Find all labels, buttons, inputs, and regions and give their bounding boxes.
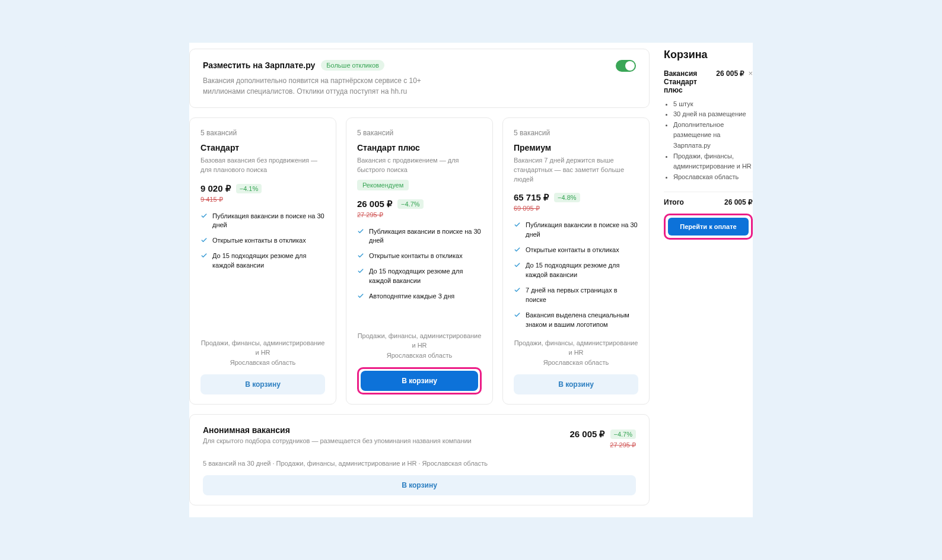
plan-name: Стандарт [201, 143, 325, 152]
plans-row: 5 вакансийСтандартБазовая вакансия без п… [189, 117, 650, 405]
plan-card: 5 вакансийСтандарт плюсВакансия с продви… [346, 117, 493, 405]
plan-meta: Продажи, финансы, администрирование и HR… [514, 338, 638, 368]
plan-card: 5 вакансийСтандартБазовая вакансия без п… [189, 117, 336, 405]
plan-old-price: 69 095 ₽ [514, 205, 638, 212]
plan-old-price: 27 295 ₽ [357, 211, 482, 219]
pay-button-highlight: Перейти к оплате [664, 214, 753, 240]
cart-detail-item: 30 дней на размещение [673, 109, 753, 120]
plan-feature: Открытые контакты в откликах [514, 246, 638, 255]
plan-feature: Вакансия выделена специальным знаком и в… [514, 311, 638, 330]
anon-add-button[interactable]: В корзину [203, 475, 636, 495]
cart-detail-item: Продажи, финансы, администрирование и HR [673, 151, 753, 172]
plan-name: Стандарт плюс [357, 143, 482, 152]
plan-add-button[interactable]: В корзину [514, 374, 638, 394]
plan-features: Публикация вакансии в поиске на 30 днейО… [357, 227, 482, 302]
cart-item-name: Вакансия Стандарт плюс [664, 69, 712, 94]
cart-title: Корзина [664, 49, 753, 61]
plan-feature: До 15 подходящих резюме для каждой вакан… [357, 267, 482, 286]
cart-remove-icon[interactable]: × [748, 69, 753, 77]
cart-total-value: 26 005 ₽ [724, 198, 753, 206]
promo-desc: Вакансия дополнительно появится на партн… [203, 75, 464, 97]
plan-feature: 7 дней на первых страницах в поиске [514, 286, 638, 305]
promo-toggle[interactable] [616, 60, 636, 72]
cart-sidebar: Корзина Вакансия Стандарт плюс 26 005 ₽ … [664, 49, 753, 518]
plan-features: Публикация вакансии в поиске на 30 днейО… [514, 221, 638, 329]
plan-feature: Публикация вакансии в поиске на 30 дней [201, 212, 325, 231]
cart-details-list: 5 штук30 дней на размещениеДополнительно… [664, 99, 753, 183]
plan-add-button[interactable]: В корзину [361, 371, 478, 391]
pay-button[interactable]: Перейти к оплате [668, 218, 749, 236]
plan-discount: −4.8% [554, 193, 580, 202]
plan-discount: −4.7% [397, 199, 424, 209]
promo-badge: Больше откликов [321, 60, 384, 71]
plan-feature: Открытые контакты в откликах [201, 236, 325, 246]
cart-detail-item: Дополнительное размещение на Зарплата.ру [673, 120, 753, 151]
main-column: Разместить на Зарплате.ру Больше отклико… [189, 49, 650, 518]
plan-old-price: 9 415 ₽ [201, 196, 325, 203]
plan-add-button[interactable]: В корзину [201, 374, 325, 394]
cart-detail-item: Ярославская область [673, 172, 753, 183]
plan-desc: Вакансия 7 дней держится выше стандартны… [514, 156, 638, 184]
plan-count: 5 вакансий [357, 129, 482, 137]
plan-card: 5 вакансийПремиумВакансия 7 дней держитс… [502, 117, 650, 405]
cart-item-price: 26 005 ₽ [716, 69, 744, 78]
plan-feature: Публикация вакансии в поиске на 30 дней [514, 221, 638, 240]
plan-price: 9 020 ₽ [201, 183, 231, 194]
promo-title: Разместить на Зарплате.ру [203, 61, 315, 70]
plan-feature: Автоподнятие каждые 3 дня [357, 292, 482, 301]
plan-feature: Публикация вакансии в поиске на 30 дней [357, 227, 482, 246]
plan-meta: Продажи, финансы, администрирование и HR… [201, 338, 325, 368]
plan-desc: Вакансия с продвижением — для быстрого п… [357, 156, 482, 175]
plan-price: 26 005 ₽ [357, 199, 393, 209]
plan-desc: Базовая вакансия без продвижения — для п… [201, 156, 325, 175]
plan-discount: −4.1% [236, 184, 262, 193]
plan-meta: Продажи, финансы, администрирование и HR… [357, 331, 482, 361]
plan-button-highlight: В корзину [357, 367, 482, 394]
plan-reco-badge: Рекомендуем [357, 180, 409, 190]
plan-feature: Открытые контакты в откликах [357, 252, 482, 261]
plan-name: Премиум [514, 143, 638, 152]
anon-meta: 5 вакансий на 30 дней · Продажи, финансы… [203, 460, 636, 467]
plan-count: 5 вакансий [201, 129, 325, 137]
plan-price: 65 715 ₽ [514, 192, 549, 203]
anon-old-price: 27 295 ₽ [569, 441, 636, 449]
anon-discount: −4.7% [610, 429, 637, 439]
anon-price: 26 005 ₽ [569, 429, 605, 440]
promo-box: Разместить на Зарплате.ру Больше отклико… [189, 49, 650, 108]
anon-box: Анонимная вакансия Для скрытого подбора … [189, 414, 650, 505]
plan-feature: До 15 подходящих резюме для каждой вакан… [514, 261, 638, 280]
plan-features: Публикация вакансии в поиске на 30 днейО… [201, 212, 325, 271]
anon-desc: Для скрытого подбора сотрудников — разме… [203, 437, 472, 444]
plan-count: 5 вакансий [514, 129, 638, 137]
plan-feature: До 15 подходящих резюме для каждой вакан… [201, 252, 325, 271]
cart-detail-item: 5 штук [673, 99, 753, 110]
cart-total-label: Итого [664, 198, 684, 206]
anon-title: Анонимная вакансия [203, 425, 472, 435]
